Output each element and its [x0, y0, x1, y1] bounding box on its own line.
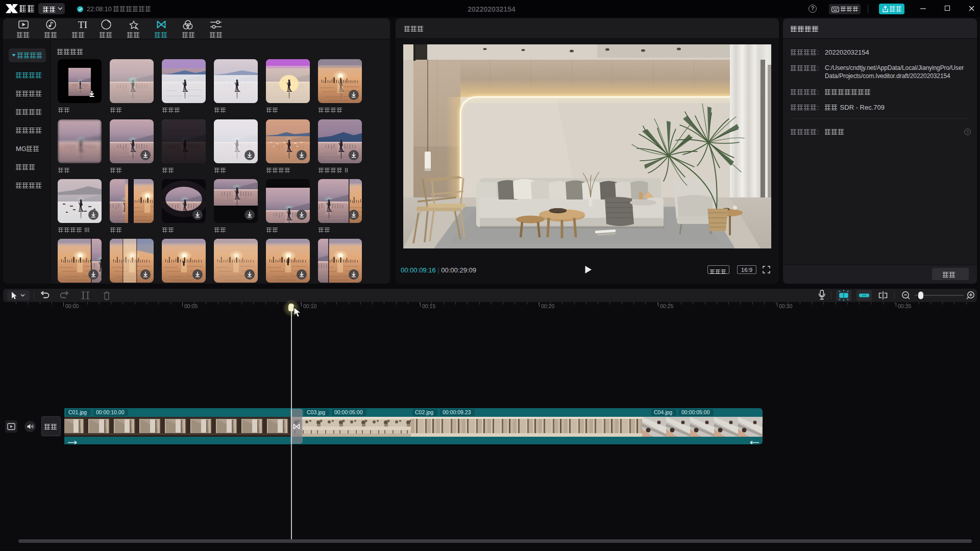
svg-text:00:00:09.23: 00:00:09.23 [443, 409, 471, 415]
svg-text:C02.jpg: C02.jpg [415, 409, 433, 415]
svg-text:00:00:05:00: 00:00:05:00 [334, 409, 363, 415]
svg-text:00:00:10.00: 00:00:10.00 [96, 409, 125, 415]
svg-text:C01.jpg: C01.jpg [68, 409, 87, 415]
svg-text:C04.jpg: C04.jpg [654, 409, 672, 415]
svg-text:00:00:05:00: 00:00:05:00 [681, 409, 710, 415]
svg-text:C03.jpg: C03.jpg [307, 409, 325, 415]
